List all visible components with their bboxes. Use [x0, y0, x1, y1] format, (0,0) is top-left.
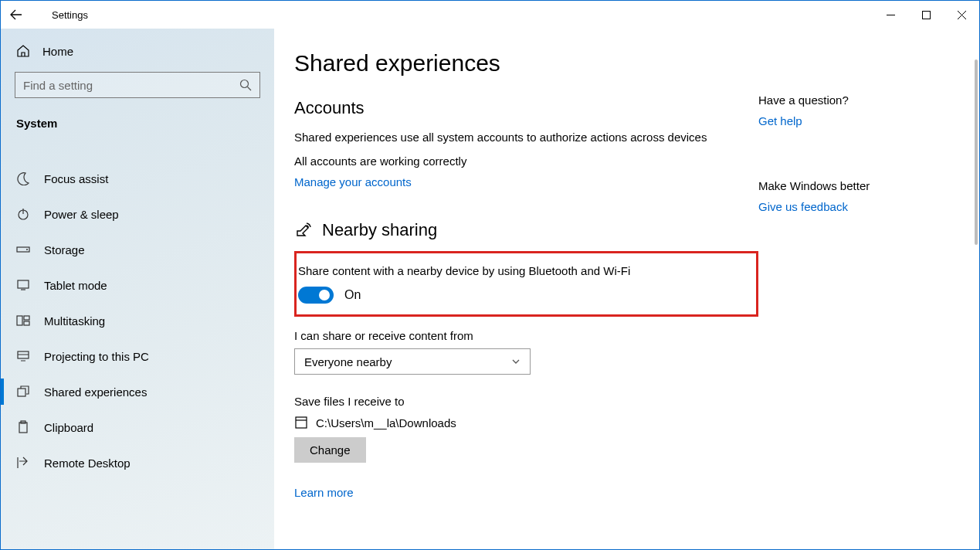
- sidebar-item-label: Power & sleep: [44, 208, 119, 221]
- sidebar-item-label: Storage: [44, 243, 85, 256]
- share-icon: [16, 385, 33, 399]
- dropdown-value: Everyone nearby: [304, 355, 392, 368]
- sidebar-item-projecting[interactable]: Projecting to this PC: [1, 338, 274, 374]
- folder-icon: [294, 416, 308, 429]
- search-input[interactable]: [23, 79, 239, 92]
- svg-point-1: [241, 80, 249, 88]
- feedback-link[interactable]: Give us feedback: [758, 200, 848, 213]
- window-title: Settings: [52, 9, 88, 21]
- home-label: Home: [42, 45, 73, 58]
- accounts-description: Shared experiences use all system accoun…: [294, 129, 758, 145]
- minimize-button[interactable]: [873, 2, 908, 27]
- receive-from-dropdown[interactable]: Everyone nearby: [294, 348, 531, 375]
- back-arrow-icon: [10, 8, 22, 21]
- project-icon: [16, 349, 33, 363]
- save-to-label: Save files I receive to: [294, 395, 758, 408]
- tablet-icon: [16, 278, 33, 292]
- maximize-icon: [922, 11, 931, 19]
- highlight-box: Share content with a nearby device by us…: [294, 251, 758, 317]
- manage-accounts-link[interactable]: Manage your accounts: [294, 175, 412, 188]
- svg-rect-13: [296, 417, 307, 428]
- have-question-label: Have a question?: [758, 93, 955, 107]
- nearby-sharing-heading: Nearby sharing: [294, 220, 758, 240]
- clipboard-icon: [16, 420, 33, 434]
- svg-rect-0: [922, 11, 930, 19]
- learn-more-link[interactable]: Learn more: [294, 486, 354, 499]
- sidebar-item-label: Shared experiences: [44, 385, 147, 399]
- maximize-button[interactable]: [908, 2, 944, 27]
- search-box[interactable]: [15, 72, 260, 98]
- sidebar-item-power-sleep[interactable]: Power & sleep: [1, 196, 274, 232]
- nav-list: Focus assist Power & sleep Storage Table…: [1, 161, 274, 480]
- vertical-scrollbar[interactable]: [975, 59, 978, 245]
- chevron-down-icon: [511, 357, 521, 366]
- minimize-icon: [887, 11, 895, 19]
- sidebar-item-label: Remote Desktop: [44, 457, 131, 470]
- sidebar-item-remote-desktop[interactable]: Remote Desktop: [1, 445, 274, 480]
- page-title: Shared experiences: [294, 50, 758, 76]
- category-header: System: [1, 106, 274, 139]
- svg-rect-11: [19, 423, 27, 433]
- content-area: Shared experiences Accounts Shared exper…: [274, 29, 979, 549]
- multitasking-icon: [16, 314, 33, 328]
- svg-rect-7: [24, 316, 29, 320]
- sidebar-item-label: Tablet mode: [44, 279, 107, 292]
- accounts-status: All accounts are working correctly: [294, 154, 758, 168]
- sidebar-item-label: Clipboard: [44, 421, 93, 434]
- nearby-heading-text: Nearby sharing: [322, 220, 437, 240]
- share-content-description: Share content with a nearby device by us…: [298, 263, 745, 279]
- close-button[interactable]: [944, 2, 979, 27]
- svg-rect-5: [18, 280, 29, 288]
- nearby-sharing-toggle[interactable]: [298, 287, 334, 304]
- accounts-heading: Accounts: [294, 98, 758, 118]
- change-button[interactable]: Change: [294, 437, 366, 463]
- sidebar-item-tablet-mode[interactable]: Tablet mode: [1, 267, 274, 303]
- svg-point-4: [26, 249, 28, 250]
- toggle-state-label: On: [344, 288, 361, 302]
- sidebar-item-label: Focus assist: [44, 172, 108, 185]
- back-button[interactable]: [10, 8, 32, 21]
- window-controls: [873, 2, 979, 27]
- svg-rect-10: [18, 389, 25, 396]
- nearby-share-icon: [294, 221, 313, 239]
- moon-icon: [16, 171, 33, 185]
- home-button[interactable]: Home: [1, 33, 274, 69]
- search-icon: [239, 79, 252, 91]
- power-icon: [16, 207, 33, 221]
- sidebar-item-multitasking[interactable]: Multitasking: [1, 303, 274, 338]
- storage-icon: [16, 243, 33, 256]
- sidebar: Home System Focus assist Power: [1, 29, 274, 549]
- aside: Have a question? Get help Make Windows b…: [758, 50, 959, 549]
- close-icon: [958, 11, 966, 19]
- save-path-row: C:\Users\m__la\Downloads: [294, 416, 758, 429]
- sidebar-item-label: Multitasking: [44, 314, 105, 328]
- home-icon: [16, 44, 33, 58]
- sidebar-item-storage[interactable]: Storage: [1, 232, 274, 267]
- sidebar-item-clipboard[interactable]: Clipboard: [1, 409, 274, 445]
- settings-window: Settings Home: [0, 0, 980, 550]
- svg-rect-6: [17, 316, 22, 325]
- toggle-knob: [319, 290, 330, 300]
- make-better-label: Make Windows better: [758, 179, 955, 192]
- sidebar-item-focus-assist[interactable]: Focus assist: [1, 161, 274, 196]
- sidebar-item-label: Projecting to this PC: [44, 350, 149, 363]
- remote-desktop-icon: [16, 456, 33, 470]
- sidebar-item-shared-experiences[interactable]: Shared experiences: [1, 374, 274, 409]
- svg-rect-8: [24, 321, 29, 325]
- save-path-value: C:\Users\m__la\Downloads: [316, 416, 456, 429]
- receive-from-label: I can share or receive content from: [294, 329, 758, 342]
- titlebar: Settings: [1, 1, 979, 29]
- get-help-link[interactable]: Get help: [758, 114, 802, 127]
